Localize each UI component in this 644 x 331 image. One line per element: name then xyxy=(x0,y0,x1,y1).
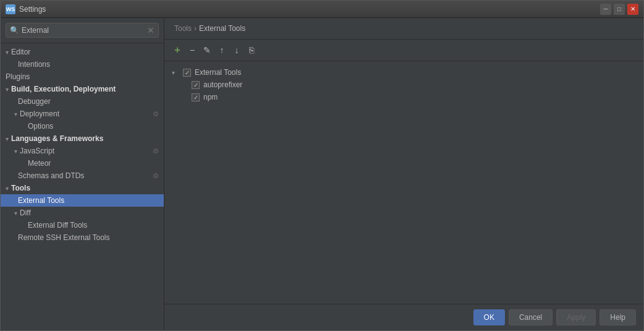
tool-item-autoprefixer[interactable]: autoprefixer xyxy=(169,79,638,91)
chevron-down-icon: ▾ xyxy=(6,49,9,56)
chevron-down-icon: ▾ xyxy=(6,185,9,192)
sidebar-item-label: Options xyxy=(28,122,53,131)
sidebar-item-tools[interactable]: ▾ Tools xyxy=(1,182,164,194)
maximize-button[interactable]: □ xyxy=(614,4,625,15)
breadcrumb: Tools › External Tools xyxy=(164,18,643,40)
sidebar-item-label: Remote SSH External Tools xyxy=(18,233,110,242)
footer: OK Cancel Apply Help xyxy=(164,304,643,330)
sidebar-item-build[interactable]: ▾ Build, Execution, Deployment xyxy=(1,83,164,95)
close-button[interactable]: ✕ xyxy=(627,4,638,15)
tool-item-label: autoprefixer xyxy=(203,80,242,89)
cancel-button[interactable]: Cancel xyxy=(509,309,553,325)
chevron-down-icon: ▾ xyxy=(14,148,17,155)
sidebar-item-external-diff-tools[interactable]: External Diff Tools xyxy=(1,219,164,231)
sidebar-item-label: Meteor xyxy=(28,159,51,168)
search-clear-icon[interactable]: ✕ xyxy=(147,25,155,35)
chevron-down-icon: ▾ xyxy=(172,69,179,76)
search-wrap: 🔍 ✕ xyxy=(6,23,159,38)
move-down-button[interactable]: ↓ xyxy=(230,43,244,57)
sidebar-item-intentions[interactable]: Intentions xyxy=(1,58,164,71)
js-icon: ⚙ xyxy=(153,147,159,155)
add-button[interactable]: + xyxy=(171,43,184,57)
minimize-button[interactable]: ─ xyxy=(600,4,611,15)
main-panel: Tools › External Tools + − ✎ ↑ ↓ ⎘ ▾ Ext… xyxy=(164,18,643,330)
sidebar-item-label: Intentions xyxy=(18,60,50,69)
tool-group-label: External Tools xyxy=(195,68,241,77)
main-content: 🔍 ✕ ▾ Editor Intentions Plugins xyxy=(1,18,643,330)
sidebar-item-schemas[interactable]: Schemas and DTDs ⚙ xyxy=(1,170,164,182)
deployment-icon: ⚙ xyxy=(153,110,159,118)
help-button[interactable]: Help xyxy=(600,309,636,325)
sidebar-item-label: Build, Execution, Deployment xyxy=(11,85,116,93)
sidebar-item-label: JavaScript xyxy=(20,147,54,155)
copy-button[interactable]: ⎘ xyxy=(245,43,258,57)
sidebar-item-languages[interactable]: ▾ Languages & Frameworks xyxy=(1,132,164,145)
sidebar-tree: ▾ Editor Intentions Plugins ▾ Build, Exe… xyxy=(1,43,164,330)
sidebar-item-label: Editor xyxy=(11,48,30,56)
breadcrumb-root: Tools xyxy=(174,24,192,33)
sidebar-item-label: Plugins xyxy=(6,72,30,81)
chevron-down-icon: ▾ xyxy=(14,210,17,217)
ok-button[interactable]: OK xyxy=(473,309,505,325)
search-box: 🔍 ✕ xyxy=(1,18,164,43)
tool-item-label: npm xyxy=(203,93,218,101)
chevron-down-icon: ▾ xyxy=(6,86,9,93)
chevron-down-icon: ▾ xyxy=(14,111,17,118)
sidebar-item-label: Languages & Frameworks xyxy=(11,134,103,143)
sidebar: 🔍 ✕ ▾ Editor Intentions Plugins xyxy=(1,18,164,330)
npm-checkbox[interactable] xyxy=(192,93,200,101)
tool-item-npm[interactable]: npm xyxy=(169,91,638,103)
sidebar-item-deployment[interactable]: ▾ Deployment ⚙ xyxy=(1,108,164,120)
breadcrumb-separator: › xyxy=(194,24,197,33)
schemas-icon: ⚙ xyxy=(153,172,159,180)
move-up-button[interactable]: ↑ xyxy=(215,43,229,57)
sidebar-item-editor[interactable]: ▾ Editor xyxy=(1,46,164,58)
sidebar-item-external-tools[interactable]: External Tools xyxy=(1,194,164,207)
search-icon: 🔍 xyxy=(10,26,19,35)
sidebar-item-options[interactable]: Options xyxy=(1,120,164,132)
app-icon: WS xyxy=(6,4,15,14)
search-input[interactable] xyxy=(22,26,147,35)
tool-tree: ▾ External Tools autoprefixer npm xyxy=(164,61,643,304)
sidebar-item-label: Schemas and DTDs xyxy=(18,171,84,180)
breadcrumb-current: External Tools xyxy=(199,24,245,33)
edit-button[interactable]: ✎ xyxy=(200,43,214,57)
sidebar-item-label: Diff xyxy=(20,208,31,217)
title-bar: WS Settings ─ □ ✕ xyxy=(1,1,643,18)
sidebar-item-label: External Tools xyxy=(18,196,64,205)
sidebar-item-debugger[interactable]: Debugger xyxy=(1,95,164,108)
external-tools-checkbox[interactable] xyxy=(183,69,191,77)
chevron-down-icon: ▾ xyxy=(6,135,9,142)
window-controls: ─ □ ✕ xyxy=(600,4,638,15)
apply-button[interactable]: Apply xyxy=(556,309,596,325)
sidebar-item-plugins[interactable]: Plugins xyxy=(1,71,164,83)
sidebar-item-meteor[interactable]: Meteor xyxy=(1,157,164,170)
remove-button[interactable]: − xyxy=(185,43,199,57)
sidebar-item-javascript[interactable]: ▾ JavaScript ⚙ xyxy=(1,145,164,157)
sidebar-item-label: Debugger xyxy=(18,97,51,106)
sidebar-item-label: Deployment xyxy=(20,110,59,118)
sidebar-item-diff[interactable]: ▾ Diff xyxy=(1,207,164,219)
window-title: Settings xyxy=(19,5,600,14)
sidebar-item-remote-ssh[interactable]: Remote SSH External Tools xyxy=(1,231,164,244)
settings-window: WS Settings ─ □ ✕ 🔍 ✕ ▾ xyxy=(0,0,644,331)
autoprefixer-checkbox[interactable] xyxy=(192,81,200,89)
toolbar: + − ✎ ↑ ↓ ⎘ xyxy=(164,40,643,61)
sidebar-item-label: Tools xyxy=(11,184,30,192)
sidebar-item-label: External Diff Tools xyxy=(28,221,87,230)
tool-group-external-tools[interactable]: ▾ External Tools xyxy=(169,66,638,79)
